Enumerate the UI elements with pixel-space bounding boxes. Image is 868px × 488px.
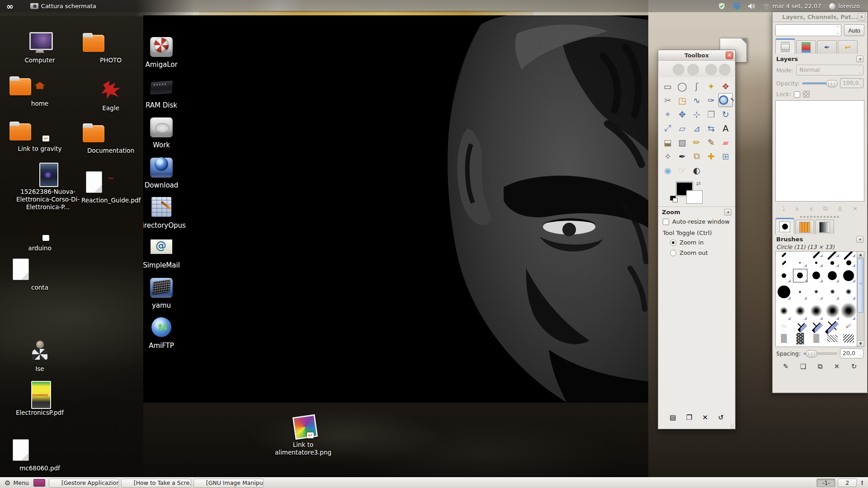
- brush-swatch[interactable]: [776, 321, 792, 330]
- brush-swatch[interactable]: [840, 258, 857, 267]
- amiga-desktop-icon[interactable]: AmigaLor: [143, 35, 191, 69]
- mode-dropdown[interactable]: Normal: [796, 65, 863, 75]
- amiga-desktop-icon[interactable]: Work: [143, 116, 191, 150]
- brush-swatch[interactable]: [792, 283, 808, 300]
- brush-swatch[interactable]: [840, 283, 857, 300]
- spacing-slider[interactable]: ❘❘❘: [803, 352, 837, 355]
- amiga-desktop-icon[interactable]: RAM Disk: [143, 76, 191, 110]
- layer-action-button-raise-layer-icon[interactable]: ∧: [795, 205, 799, 212]
- amiga-desktop-icon[interactable]: AmiFTP: [143, 316, 191, 350]
- tool-button-ellipse-select[interactable]: ◯: [675, 79, 689, 93]
- options-button-save-options-icon[interactable]: ▤: [670, 413, 676, 422]
- options-button-restore-options-icon[interactable]: ❐: [686, 413, 692, 422]
- desktop-icon[interactable]: Computer: [8, 31, 71, 64]
- desktop-icon[interactable]: Ise: [8, 340, 71, 373]
- close-icon[interactable]: ✕: [726, 52, 733, 59]
- brush-action-button-duplicate-brush-icon[interactable]: ⧉: [818, 362, 823, 371]
- opacity-slider[interactable]: ❘❘❘: [802, 82, 837, 84]
- task-button[interactable]: [How to Take a Scre...: [121, 479, 191, 488]
- collapse-icon[interactable]: ◂: [856, 236, 863, 243]
- brush-swatch[interactable]: [824, 321, 840, 330]
- brush-swatch[interactable]: [776, 258, 792, 267]
- radio-icon[interactable]: [670, 250, 676, 256]
- tab-brushes[interactable]: [775, 218, 794, 234]
- options-button-reset-options-icon[interactable]: ↺: [718, 413, 724, 422]
- tool-button-dodge-burn[interactable]: ◐: [689, 163, 704, 177]
- options-button-delete-options-icon[interactable]: ✕: [702, 413, 708, 422]
- opacity-spinbox[interactable]: 100,0: [840, 78, 863, 88]
- tool-button-foreground-select[interactable]: ◳: [675, 93, 689, 107]
- tool-button-fuzzy-select[interactable]: ✦: [704, 79, 718, 93]
- dock-titlebar[interactable]: Layers, Channels, Pat... ✕: [773, 12, 867, 22]
- tool-button-text[interactable]: A: [718, 121, 733, 135]
- desktop-icon[interactable]: arduino: [8, 219, 71, 252]
- brush-action-button-refresh-brushes-icon[interactable]: ↻: [851, 362, 857, 371]
- brush-swatch[interactable]: [808, 258, 825, 267]
- brush-swatch[interactable]: [776, 300, 792, 321]
- desktop-icon[interactable]: conta: [8, 258, 71, 291]
- brush-scrollbar[interactable]: ▲ ≡ ▼: [857, 251, 864, 347]
- tool-button-shear[interactable]: ▱: [675, 121, 689, 135]
- notification-indicator[interactable]: !: [861, 479, 863, 486]
- workspace-1-button[interactable]: -1-: [816, 479, 835, 487]
- desktop-icon[interactable]: mc68060.pdf: [8, 439, 71, 472]
- brush-swatch[interactable]: [792, 331, 808, 347]
- security-shield-icon[interactable]: [718, 2, 726, 10]
- tool-button-gradient[interactable]: ▧: [675, 135, 689, 149]
- tab-layers[interactable]: [775, 38, 795, 54]
- desktop-icon[interactable]: Documentation: [81, 122, 140, 155]
- zoom-in-option[interactable]: Zoom in: [658, 237, 735, 248]
- brush-action-button-delete-brush-icon[interactable]: ✕: [834, 362, 840, 371]
- radio-icon[interactable]: [670, 239, 676, 246]
- brush-swatch[interactable]: [808, 321, 825, 330]
- brush-swatch[interactable]: [792, 258, 808, 267]
- auto-button[interactable]: Auto: [844, 24, 864, 36]
- tool-button-pencil[interactable]: ✏: [689, 135, 704, 149]
- brush-swatch[interactable]: [824, 252, 840, 258]
- swap-colors-icon[interactable]: ⇄: [696, 180, 701, 187]
- brush-swatch[interactable]: [792, 252, 808, 258]
- tool-button-ink[interactable]: ✒: [675, 149, 689, 163]
- amiga-desktop-icon[interactable]: yamu: [143, 276, 191, 310]
- workspace-2-button[interactable]: 2: [838, 479, 857, 487]
- brush-swatch[interactable]: [776, 283, 792, 300]
- brush-swatch[interactable]: [776, 331, 792, 347]
- tab-channels[interactable]: [796, 40, 816, 54]
- brush-swatch[interactable]: [824, 258, 840, 267]
- desktop-icon[interactable]: 15262386-Nuova-Elettronica-Corso-Di-Elet…: [12, 163, 84, 211]
- brush-swatch[interactable]: [776, 252, 792, 258]
- tool-button-color-picker[interactable]: ✑: [704, 93, 718, 107]
- brush-swatch[interactable]: [840, 300, 857, 321]
- layer-action-button-anchor-layer-icon[interactable]: ⚓: [837, 205, 843, 212]
- spacing-spinbox[interactable]: 20,0: [840, 348, 863, 358]
- desktop-pager-icon[interactable]: [33, 479, 45, 487]
- brush-action-button-new-brush-icon[interactable]: ❏: [800, 362, 806, 371]
- desktop-icon[interactable]: ElectronicsP.pdf: [8, 384, 71, 417]
- tool-button-paintbrush[interactable]: ✎: [704, 135, 718, 149]
- brush-swatch[interactable]: [792, 321, 808, 330]
- layer-action-button-new-layer-icon[interactable]: ⤵: [782, 205, 785, 212]
- close-icon[interactable]: ✕: [858, 13, 865, 21]
- tool-button-align[interactable]: ⊹: [689, 107, 704, 121]
- auto-resize-option[interactable]: Auto-resize window: [658, 216, 735, 227]
- tool-button-crop[interactable]: ❐: [704, 107, 718, 121]
- collapse-icon[interactable]: ◂: [856, 56, 863, 62]
- volume-icon[interactable]: [748, 3, 755, 9]
- checkbox-icon[interactable]: [663, 219, 669, 225]
- tab-paths[interactable]: ✒: [817, 40, 837, 54]
- amiga-desktop-icon[interactable]: DirectoryOpus: [143, 196, 191, 230]
- tool-button-rotate[interactable]: ↻: [718, 107, 733, 121]
- distro-logo-icon[interactable]: ∞: [6, 1, 13, 11]
- scroll-thumb[interactable]: ≡: [858, 258, 863, 313]
- tab-gradients[interactable]: [815, 220, 834, 234]
- resize-grip[interactable]: [658, 423, 735, 429]
- lock-alpha-icon[interactable]: [803, 91, 810, 98]
- desktop-icon[interactable]: Reaction_Guide.pdf: [81, 171, 140, 204]
- network-wifi-icon[interactable]: [763, 3, 770, 9]
- brush-swatch[interactable]: [808, 268, 825, 283]
- tool-button-rect-select[interactable]: ▭: [660, 79, 675, 93]
- background-color-swatch[interactable]: [686, 190, 703, 204]
- image-combo[interactable]: [775, 24, 841, 36]
- brush-swatch[interactable]: [824, 300, 840, 321]
- tab-undo-history[interactable]: ↩: [838, 40, 858, 54]
